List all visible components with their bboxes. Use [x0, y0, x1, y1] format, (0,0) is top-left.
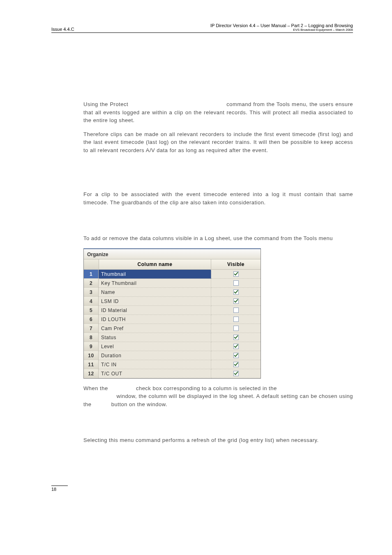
column-name-cell[interactable]: Duration — [99, 351, 211, 360]
visible-header[interactable]: Visible — [211, 259, 261, 269]
column-name-cell[interactable]: Thumbnail — [99, 270, 211, 279]
table-row[interactable]: 11T/C IN — [84, 360, 261, 369]
p5-d: button on the window. — [111, 401, 167, 407]
visible-cell — [211, 288, 261, 297]
visible-cell — [211, 333, 261, 342]
visible-checkbox[interactable] — [233, 289, 239, 295]
visible-cell — [211, 351, 261, 360]
paragraph-5: When the check box corresponding to a co… — [83, 384, 353, 409]
row-number[interactable]: 8 — [84, 333, 99, 342]
row-number[interactable]: 3 — [84, 288, 99, 297]
visible-cell — [211, 360, 261, 369]
column-name-cell[interactable]: Level — [99, 342, 211, 351]
row-number[interactable]: 10 — [84, 351, 99, 360]
p5-a: When the — [83, 385, 108, 391]
paragraph-2: Therefore clips can be made on all relev… — [83, 130, 353, 155]
p1-part-a: Using the Protect — [83, 101, 128, 107]
visible-checkbox[interactable] — [233, 335, 239, 340]
organize-header-row: Column name Visible — [84, 259, 261, 270]
visible-checkbox[interactable] — [233, 353, 239, 358]
table-row[interactable]: 5ID Material — [84, 306, 261, 315]
visible-checkbox[interactable] — [233, 326, 239, 331]
table-row[interactable]: 1Thumbnail — [84, 270, 261, 279]
table-row[interactable]: 9Level — [84, 342, 261, 351]
column-name-cell[interactable]: LSM ID — [99, 297, 211, 306]
row-number[interactable]: 9 — [84, 342, 99, 351]
visible-cell — [211, 297, 261, 306]
paragraph-1: Using the Protect command from the Tools… — [83, 100, 353, 125]
header-issue: Issue 4.4.C — [51, 27, 74, 32]
visible-cell — [211, 315, 261, 324]
table-row[interactable]: 2Key Thumbnail — [84, 279, 261, 288]
row-number[interactable]: 6 — [84, 315, 99, 324]
footer-divider — [51, 486, 68, 486]
visible-checkbox[interactable] — [233, 371, 239, 376]
rownum-header — [84, 259, 99, 269]
column-name-cell[interactable]: ID LOUTH — [99, 315, 211, 324]
column-name-cell[interactable]: Cam Pref — [99, 324, 211, 333]
row-number[interactable]: 11 — [84, 360, 99, 369]
paragraph-4: To add or remove the data columns visibl… — [83, 234, 353, 243]
table-row[interactable]: 3Name — [84, 288, 261, 297]
header-divider — [51, 32, 353, 33]
row-number[interactable]: 12 — [84, 369, 99, 378]
visible-cell — [211, 279, 261, 288]
visible-checkbox[interactable] — [233, 317, 239, 322]
table-row[interactable]: 8Status — [84, 333, 261, 342]
visible-checkbox[interactable] — [233, 271, 239, 277]
header-sub: EVS Broadcast Equipment – March 2008 — [210, 28, 353, 32]
paragraph-6: Selecting this menu command performs a r… — [83, 436, 353, 444]
row-number[interactable]: 5 — [84, 306, 99, 315]
column-name-cell[interactable]: Status — [99, 333, 211, 342]
visible-cell — [211, 324, 261, 333]
column-name-cell[interactable]: T/C OUT — [99, 369, 211, 378]
table-row[interactable]: 4LSM ID — [84, 297, 261, 306]
column-name-cell[interactable]: Key Thumbnail — [99, 279, 211, 288]
organize-window: Organize Column name Visible 1Thumbnail2… — [83, 248, 261, 379]
visible-cell — [211, 306, 261, 315]
row-number[interactable]: 7 — [84, 324, 99, 333]
table-row[interactable]: 12T/C OUT — [84, 369, 261, 378]
column-name-cell[interactable]: ID Material — [99, 306, 211, 315]
row-number[interactable]: 1 — [84, 270, 99, 279]
visible-checkbox[interactable] — [233, 344, 239, 349]
visible-checkbox[interactable] — [233, 362, 239, 367]
p5-b: check box corresponding to a column is s… — [136, 385, 277, 391]
row-number[interactable]: 4 — [84, 297, 99, 306]
organize-title: Organize — [84, 249, 261, 259]
page-number: 18 — [51, 487, 56, 492]
row-number[interactable]: 2 — [84, 279, 99, 288]
table-row[interactable]: 10Duration — [84, 351, 261, 360]
column-name-header[interactable]: Column name — [99, 259, 211, 269]
table-row[interactable]: 7Cam Pref — [84, 324, 261, 333]
visible-checkbox[interactable] — [233, 280, 239, 286]
visible-cell — [211, 369, 261, 378]
header-title: IP Director Version 4.4 – User Manual – … — [210, 23, 353, 28]
column-name-cell[interactable]: T/C IN — [99, 360, 211, 369]
column-name-cell[interactable]: Name — [99, 288, 211, 297]
visible-checkbox[interactable] — [233, 308, 239, 313]
paragraph-3: For a clip to be associated with the eve… — [83, 190, 353, 206]
visible-cell — [211, 270, 261, 279]
visible-checkbox[interactable] — [233, 298, 239, 304]
visible-cell — [211, 342, 261, 351]
table-row[interactable]: 6ID LOUTH — [84, 315, 261, 324]
